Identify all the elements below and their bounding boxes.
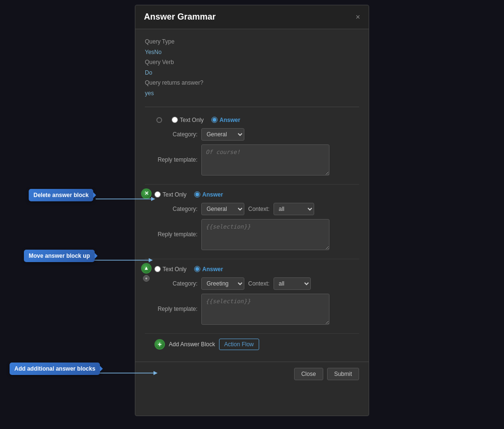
block3-category-select[interactable]: Greeting General [201,277,244,290]
block3-text-only-radio[interactable]: Text Only [154,266,186,273]
block1-category-label: Category: [154,131,197,138]
block1-reply-label: Reply template: [154,156,197,163]
add-answer-block-circle[interactable]: + [154,339,165,350]
divider-1 [145,107,359,107]
query-returns-value: yes [145,90,154,97]
modal-footer: Close Submit [135,362,369,386]
block3-context-select[interactable]: all morning [274,277,311,290]
submit-button[interactable]: Submit [327,368,359,380]
block2-reply-row: Reply template: [154,219,359,250]
modal-title: Answer Grammar [144,12,216,22]
tooltip-move-up: Move answer block up [24,250,95,262]
answer-block-1: Text Only Answer Category: General Greet… [145,112,359,185]
query-verb-value: Do [145,69,152,76]
block2-answer-radio[interactable]: Answer [194,191,223,198]
query-type-value: YesNo [145,49,162,55]
block3-category-context-row: Category: Greeting General Context: all … [154,277,359,290]
close-button[interactable]: Close [294,368,323,380]
block2-radio-row: Text Only Answer [154,191,359,198]
query-type-label: Query Type [145,38,175,45]
delete-block2-button[interactable]: ✕ [141,188,152,199]
block3-context-label: Context: [248,280,270,287]
action-flow-button[interactable]: Action Flow [219,339,259,350]
block2-context-label: Context: [248,206,270,212]
answer-block-2: ✕ Text Only Answer Category: General Gre… [145,187,359,259]
bottom-bar: + Add Answer Block Action Flow [154,339,359,350]
query-returns-label: Query returns answer? [145,79,203,86]
block2-reply-label: Reply template: [154,231,197,238]
modal-header: Answer Grammar × [135,5,369,29]
tooltip-delete: Delete answer block [29,189,93,201]
block2-category-label: Category: [154,206,197,212]
block3-category-label: Category: [154,280,197,287]
query-verb-label: Query Verb [145,59,174,66]
block2-text-only-radio[interactable]: Text Only [154,191,186,198]
block1-text-only-radio[interactable]: Text Only [172,117,204,123]
answer-block-3: ▲ ● Text Only Answer Category: Greeting [145,261,359,334]
tooltip-add-blocks: Add additional answer blocks [10,363,100,375]
move-up-block3-button[interactable]: ▲ [141,263,152,274]
block3-radio-row: Text Only Answer [154,266,359,273]
block1-category-select[interactable]: General Greeting [201,128,244,141]
block2-context-select[interactable]: all morning afternoon [274,203,314,215]
small-circle-block3: ● [143,275,150,282]
block2-category-select[interactable]: General Greeting [201,203,244,215]
block3-reply-textarea[interactable] [201,294,329,325]
block1-category-row: Category: General Greeting [154,128,359,141]
block1-reply-textarea[interactable] [201,144,329,176]
add-answer-block-button[interactable]: Add Answer Block [169,341,215,348]
block3-reply-row: Reply template: [154,294,359,325]
block3-answer-radio[interactable]: Answer [194,266,223,273]
block3-reply-label: Reply template: [154,306,197,312]
block2-reply-textarea[interactable] [201,219,329,250]
answer-grammar-modal: Answer Grammar × Query Type YesNo Query … [135,5,369,416]
block2-category-context-row: Category: General Greeting Context: all … [154,203,359,215]
query-info-section: Query Type YesNo Query Verb Do Query ret… [145,37,359,99]
modal-close-button[interactable]: × [356,13,360,21]
block1-radio-row: Text Only Answer [154,117,359,123]
block1-reply-row: Reply template: [154,144,359,176]
block1-outer-radio [156,117,162,123]
block1-answer-radio[interactable]: Answer [211,117,240,123]
modal-body: Query Type YesNo Query Verb Do Query ret… [135,29,369,358]
